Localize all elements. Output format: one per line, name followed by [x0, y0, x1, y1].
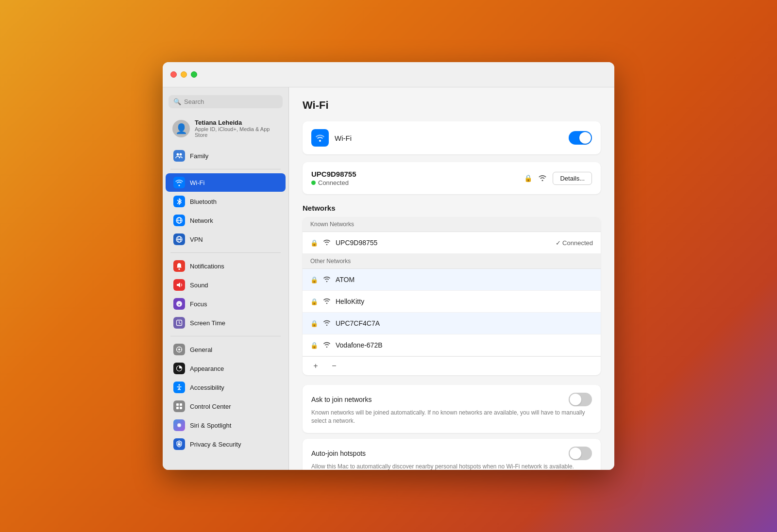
known-network-wifi-icon	[323, 238, 331, 247]
other-network-row-upc7[interactable]: 🔒 UPC7CF4C7A	[303, 313, 601, 334]
sidebar-item-wifi[interactable]: Wi-Fi	[166, 173, 286, 192]
search-input[interactable]	[184, 98, 278, 105]
sidebar-item-label-focus: Focus	[190, 300, 207, 308]
networks-footer: + −	[303, 356, 601, 375]
sidebar-item-appearance[interactable]: Appearance	[166, 359, 286, 378]
wifi-toggle[interactable]	[569, 131, 592, 145]
sidebar-item-controlcenter[interactable]: Control Center	[166, 397, 286, 416]
sidebar-item-sound[interactable]: Sound	[166, 276, 286, 294]
search-box[interactable]: 🔍	[169, 95, 283, 108]
other-network-row-vodafone[interactable]: 🔒 Vodafone-672B	[303, 334, 601, 356]
vodafone-lock-icon: 🔒	[310, 342, 318, 349]
lock-icon: 🔒	[524, 174, 532, 182]
other-network-row-hellokitty[interactable]: 🔒 HelloKitty	[303, 291, 601, 313]
sidebar-item-siri[interactable]: Siri & Spotlight	[166, 416, 286, 434]
user-name: Tetiana Leheida	[195, 119, 279, 126]
sidebar-item-notifications[interactable]: Notifications	[166, 257, 286, 275]
svg-point-26	[319, 140, 321, 142]
connected-status-text: Connected	[318, 179, 349, 186]
atom-wifi-icon	[323, 275, 331, 284]
svg-rect-22	[180, 407, 182, 409]
sidebar-item-label-bluetooth: Bluetooth	[190, 198, 217, 205]
sidebar-item-label-controlcenter: Control Center	[190, 403, 231, 410]
content-area: 🔍 👤 Tetiana Leheida Apple ID, iCloud+, M…	[163, 87, 614, 470]
close-button[interactable]	[170, 71, 177, 78]
sidebar-item-vpn[interactable]: VPN	[166, 230, 286, 249]
minimize-button[interactable]	[181, 71, 187, 78]
family-icon	[173, 150, 185, 162]
divider-2	[170, 252, 281, 253]
known-network-name: UPC9D98755	[336, 239, 551, 247]
traffic-lights	[170, 71, 197, 78]
networks-section-title: Networks	[303, 204, 601, 212]
sidebar-item-privacy[interactable]: Privacy & Security	[166, 435, 286, 453]
notifications-icon	[173, 260, 185, 272]
wifi-toggle-card: Wi-Fi	[303, 121, 601, 154]
main-window: 🔍 👤 Tetiana Leheida Apple ID, iCloud+, M…	[163, 62, 614, 470]
avatar: 👤	[172, 120, 190, 137]
focus-icon	[173, 298, 185, 310]
user-avatar-icon: 👤	[175, 123, 187, 134]
sidebar-item-screentime[interactable]: Screen Time	[166, 314, 286, 332]
screentime-icon	[173, 317, 185, 329]
title-bar	[163, 62, 614, 87]
other-network-row-atom[interactable]: 🔒 ATOM	[303, 269, 601, 291]
sound-icon	[173, 279, 185, 291]
search-icon: 🔍	[173, 98, 181, 105]
auto-join-toggle[interactable]	[569, 447, 592, 460]
ask-join-desc: Known networks will be joined automatica…	[311, 409, 592, 425]
maximize-button[interactable]	[191, 71, 197, 78]
ask-join-option-top: Ask to join networks	[311, 393, 592, 406]
siri-icon	[173, 419, 185, 431]
sidebar-item-general[interactable]: General	[166, 340, 286, 359]
svg-point-29	[326, 281, 328, 282]
remove-network-button[interactable]: −	[329, 361, 339, 371]
user-profile[interactable]: 👤 Tetiana Leheida Apple ID, iCloud+, Med…	[165, 114, 287, 143]
add-network-button[interactable]: +	[310, 361, 321, 371]
other-networks-header: Other Networks	[303, 254, 601, 269]
sidebar-item-network[interactable]: Network	[166, 211, 286, 230]
sidebar-item-label-privacy: Privacy & Security	[190, 441, 241, 448]
other-network-name-hellokitty: HelloKitty	[336, 298, 593, 305]
sidebar-item-label-sound: Sound	[190, 282, 208, 289]
accessibility-icon	[173, 382, 185, 393]
sidebar-item-label-notifications: Notifications	[190, 263, 224, 270]
sidebar-item-label-screentime: Screen Time	[190, 319, 225, 327]
auto-join-desc: Allow this Mac to automatically discover…	[311, 463, 592, 470]
svg-point-0	[177, 153, 179, 156]
sidebar-item-label-family: Family	[190, 152, 208, 160]
ask-join-toggle[interactable]	[569, 393, 592, 406]
wifi-sidebar-icon	[173, 177, 185, 188]
svg-point-28	[326, 244, 328, 245]
sidebar-item-family[interactable]: Family	[166, 147, 286, 165]
bluetooth-icon	[173, 196, 185, 207]
sidebar-item-label-general: General	[190, 346, 212, 353]
controlcenter-icon	[173, 400, 185, 412]
sidebar-item-focus[interactable]: Focus	[166, 295, 286, 313]
svg-point-32	[326, 347, 328, 348]
wifi-toggle-label: Wi-Fi	[335, 134, 563, 142]
sidebar-item-accessibility[interactable]: Accessibility	[166, 378, 286, 397]
sidebar-item-bluetooth[interactable]: Bluetooth	[166, 192, 286, 211]
vodafone-wifi-icon	[323, 341, 331, 349]
sidebar-item-label-network: Network	[190, 217, 213, 224]
known-network-row[interactable]: 🔒 UPC9D98755 ✓ Connected	[303, 232, 601, 254]
user-subtitle: Apple ID, iCloud+, Media & App Store	[195, 126, 279, 138]
vpn-icon	[173, 233, 185, 245]
details-button[interactable]: Details...	[553, 172, 592, 185]
svg-point-24	[178, 424, 180, 426]
svg-point-18	[179, 384, 180, 386]
hellokitty-wifi-icon	[323, 297, 331, 306]
sidebar-item-label-accessibility: Accessibility	[190, 384, 224, 391]
atom-lock-icon: 🔒	[310, 276, 318, 283]
svg-point-30	[326, 303, 328, 304]
ask-join-label: Ask to join networks	[311, 396, 372, 403]
svg-point-1	[180, 153, 182, 156]
network-status: Connected	[311, 179, 518, 186]
signal-icon	[538, 174, 547, 183]
ask-join-option: Ask to join networks Known networks will…	[303, 385, 601, 433]
sidebar-item-label-vpn: VPN	[190, 236, 203, 243]
connected-network-name: UPC9D98755	[311, 170, 518, 178]
other-network-name-upc7: UPC7CF4C7A	[336, 319, 593, 327]
svg-point-27	[542, 180, 543, 181]
